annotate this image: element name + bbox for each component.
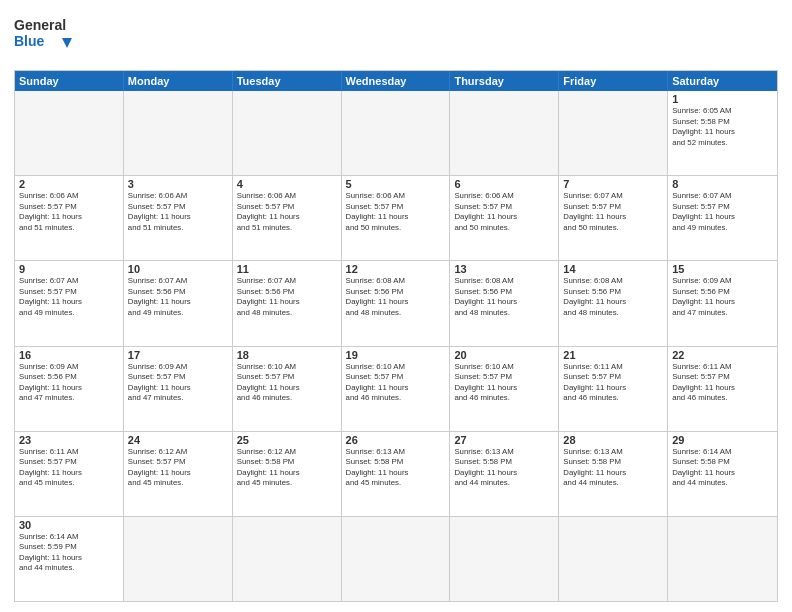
header-day-wednesday: Wednesday [342, 71, 451, 91]
day-number: 3 [128, 178, 228, 190]
header-day-monday: Monday [124, 71, 233, 91]
day-info: Sunrise: 6:11 AM Sunset: 5:57 PM Dayligh… [563, 362, 663, 404]
day-info: Sunrise: 6:10 AM Sunset: 5:57 PM Dayligh… [454, 362, 554, 404]
day-number: 10 [128, 263, 228, 275]
day-info: Sunrise: 6:09 AM Sunset: 5:57 PM Dayligh… [128, 362, 228, 404]
page: General Blue SundayMondayTuesdayWednesda… [0, 0, 792, 612]
calendar-cell: 3Sunrise: 6:06 AM Sunset: 5:57 PM Daylig… [124, 176, 233, 260]
day-info: Sunrise: 6:10 AM Sunset: 5:57 PM Dayligh… [346, 362, 446, 404]
day-info: Sunrise: 6:13 AM Sunset: 5:58 PM Dayligh… [563, 447, 663, 489]
day-info: Sunrise: 6:06 AM Sunset: 5:57 PM Dayligh… [128, 191, 228, 233]
calendar-cell: 22Sunrise: 6:11 AM Sunset: 5:57 PM Dayli… [668, 347, 777, 431]
calendar-cell [450, 91, 559, 175]
calendar-cell: 29Sunrise: 6:14 AM Sunset: 5:58 PM Dayli… [668, 432, 777, 516]
day-number: 14 [563, 263, 663, 275]
calendar-cell [124, 91, 233, 175]
calendar-row-1: 2Sunrise: 6:06 AM Sunset: 5:57 PM Daylig… [15, 175, 777, 260]
calendar-cell: 11Sunrise: 6:07 AM Sunset: 5:56 PM Dayli… [233, 261, 342, 345]
calendar-cell: 27Sunrise: 6:13 AM Sunset: 5:58 PM Dayli… [450, 432, 559, 516]
calendar-cell: 4Sunrise: 6:06 AM Sunset: 5:57 PM Daylig… [233, 176, 342, 260]
calendar-cell: 2Sunrise: 6:06 AM Sunset: 5:57 PM Daylig… [15, 176, 124, 260]
day-number: 18 [237, 349, 337, 361]
calendar: SundayMondayTuesdayWednesdayThursdayFrid… [14, 70, 778, 602]
day-number: 27 [454, 434, 554, 446]
day-info: Sunrise: 6:06 AM Sunset: 5:57 PM Dayligh… [346, 191, 446, 233]
calendar-cell: 6Sunrise: 6:06 AM Sunset: 5:57 PM Daylig… [450, 176, 559, 260]
day-number: 23 [19, 434, 119, 446]
day-info: Sunrise: 6:09 AM Sunset: 5:56 PM Dayligh… [19, 362, 119, 404]
day-number: 4 [237, 178, 337, 190]
day-info: Sunrise: 6:14 AM Sunset: 5:58 PM Dayligh… [672, 447, 773, 489]
calendar-cell [342, 91, 451, 175]
day-number: 20 [454, 349, 554, 361]
day-number: 19 [346, 349, 446, 361]
logo-icon: General Blue [14, 10, 86, 62]
day-info: Sunrise: 6:08 AM Sunset: 5:56 PM Dayligh… [346, 276, 446, 318]
calendar-row-5: 30Sunrise: 6:14 AM Sunset: 5:59 PM Dayli… [15, 516, 777, 601]
calendar-cell [559, 517, 668, 601]
calendar-cell: 23Sunrise: 6:11 AM Sunset: 5:57 PM Dayli… [15, 432, 124, 516]
calendar-cell [15, 91, 124, 175]
day-info: Sunrise: 6:09 AM Sunset: 5:56 PM Dayligh… [672, 276, 773, 318]
calendar-cell: 12Sunrise: 6:08 AM Sunset: 5:56 PM Dayli… [342, 261, 451, 345]
calendar-cell: 9Sunrise: 6:07 AM Sunset: 5:57 PM Daylig… [15, 261, 124, 345]
day-number: 22 [672, 349, 773, 361]
calendar-cell: 19Sunrise: 6:10 AM Sunset: 5:57 PM Dayli… [342, 347, 451, 431]
day-info: Sunrise: 6:12 AM Sunset: 5:57 PM Dayligh… [128, 447, 228, 489]
day-number: 16 [19, 349, 119, 361]
day-info: Sunrise: 6:11 AM Sunset: 5:57 PM Dayligh… [19, 447, 119, 489]
calendar-row-4: 23Sunrise: 6:11 AM Sunset: 5:57 PM Dayli… [15, 431, 777, 516]
svg-text:Blue: Blue [14, 33, 45, 49]
header-day-tuesday: Tuesday [233, 71, 342, 91]
day-info: Sunrise: 6:13 AM Sunset: 5:58 PM Dayligh… [454, 447, 554, 489]
calendar-cell: 18Sunrise: 6:10 AM Sunset: 5:57 PM Dayli… [233, 347, 342, 431]
calendar-row-0: 1Sunrise: 6:05 AM Sunset: 5:58 PM Daylig… [15, 91, 777, 175]
header-day-saturday: Saturday [668, 71, 777, 91]
calendar-cell [450, 517, 559, 601]
calendar-cell: 16Sunrise: 6:09 AM Sunset: 5:56 PM Dayli… [15, 347, 124, 431]
calendar-cell: 30Sunrise: 6:14 AM Sunset: 5:59 PM Dayli… [15, 517, 124, 601]
day-number: 5 [346, 178, 446, 190]
day-number: 29 [672, 434, 773, 446]
day-info: Sunrise: 6:06 AM Sunset: 5:57 PM Dayligh… [454, 191, 554, 233]
calendar-cell: 7Sunrise: 6:07 AM Sunset: 5:57 PM Daylig… [559, 176, 668, 260]
calendar-cell [668, 517, 777, 601]
day-number: 8 [672, 178, 773, 190]
header-day-friday: Friday [559, 71, 668, 91]
calendar-row-3: 16Sunrise: 6:09 AM Sunset: 5:56 PM Dayli… [15, 346, 777, 431]
calendar-cell: 13Sunrise: 6:08 AM Sunset: 5:56 PM Dayli… [450, 261, 559, 345]
day-info: Sunrise: 6:05 AM Sunset: 5:58 PM Dayligh… [672, 106, 773, 148]
day-number: 15 [672, 263, 773, 275]
day-number: 13 [454, 263, 554, 275]
calendar-cell [233, 517, 342, 601]
calendar-cell: 25Sunrise: 6:12 AM Sunset: 5:58 PM Dayli… [233, 432, 342, 516]
day-info: Sunrise: 6:10 AM Sunset: 5:57 PM Dayligh… [237, 362, 337, 404]
calendar-cell: 21Sunrise: 6:11 AM Sunset: 5:57 PM Dayli… [559, 347, 668, 431]
day-number: 2 [19, 178, 119, 190]
day-number: 24 [128, 434, 228, 446]
day-info: Sunrise: 6:07 AM Sunset: 5:56 PM Dayligh… [237, 276, 337, 318]
svg-text:General: General [14, 17, 66, 33]
calendar-cell: 1Sunrise: 6:05 AM Sunset: 5:58 PM Daylig… [668, 91, 777, 175]
calendar-header: SundayMondayTuesdayWednesdayThursdayFrid… [15, 71, 777, 91]
day-info: Sunrise: 6:08 AM Sunset: 5:56 PM Dayligh… [454, 276, 554, 318]
day-number: 30 [19, 519, 119, 531]
day-info: Sunrise: 6:07 AM Sunset: 5:57 PM Dayligh… [563, 191, 663, 233]
day-number: 1 [672, 93, 773, 105]
calendar-cell: 8Sunrise: 6:07 AM Sunset: 5:57 PM Daylig… [668, 176, 777, 260]
calendar-cell: 15Sunrise: 6:09 AM Sunset: 5:56 PM Dayli… [668, 261, 777, 345]
day-info: Sunrise: 6:14 AM Sunset: 5:59 PM Dayligh… [19, 532, 119, 574]
day-number: 9 [19, 263, 119, 275]
day-info: Sunrise: 6:06 AM Sunset: 5:57 PM Dayligh… [19, 191, 119, 233]
day-number: 26 [346, 434, 446, 446]
calendar-cell: 10Sunrise: 6:07 AM Sunset: 5:56 PM Dayli… [124, 261, 233, 345]
calendar-cell: 5Sunrise: 6:06 AM Sunset: 5:57 PM Daylig… [342, 176, 451, 260]
day-info: Sunrise: 6:07 AM Sunset: 5:57 PM Dayligh… [672, 191, 773, 233]
calendar-cell: 14Sunrise: 6:08 AM Sunset: 5:56 PM Dayli… [559, 261, 668, 345]
day-number: 12 [346, 263, 446, 275]
day-number: 11 [237, 263, 337, 275]
day-number: 6 [454, 178, 554, 190]
day-number: 21 [563, 349, 663, 361]
day-info: Sunrise: 6:06 AM Sunset: 5:57 PM Dayligh… [237, 191, 337, 233]
day-info: Sunrise: 6:07 AM Sunset: 5:57 PM Dayligh… [19, 276, 119, 318]
